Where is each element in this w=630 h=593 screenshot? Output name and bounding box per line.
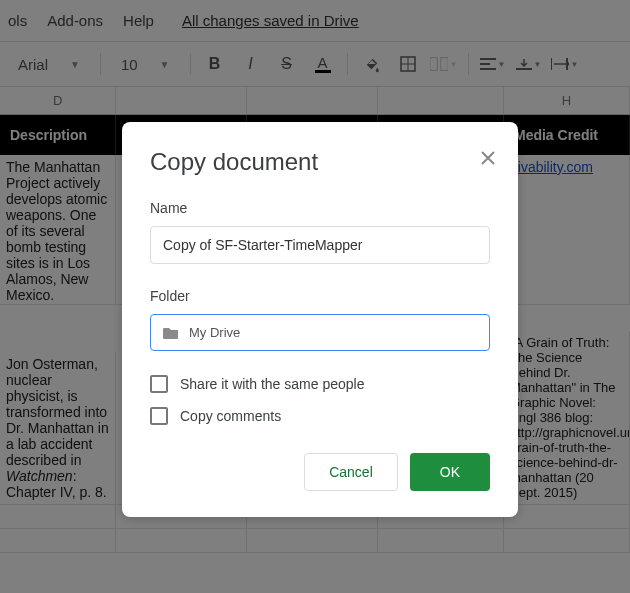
comments-checkbox-row[interactable]: Copy comments <box>150 407 490 425</box>
comments-label: Copy comments <box>180 408 281 424</box>
folder-label: Folder <box>150 288 490 304</box>
copy-document-dialog: Copy document Name Folder My Drive Share… <box>122 122 518 517</box>
close-icon <box>480 150 496 166</box>
checkbox-icon[interactable] <box>150 407 168 425</box>
folder-icon <box>163 326 179 339</box>
checkbox-icon[interactable] <box>150 375 168 393</box>
close-button[interactable] <box>480 148 496 171</box>
dialog-actions: Cancel OK <box>150 453 490 491</box>
name-label: Name <box>150 200 490 216</box>
dialog-title: Copy document <box>150 148 490 176</box>
share-checkbox-row[interactable]: Share it with the same people <box>150 375 490 393</box>
share-label: Share it with the same people <box>180 376 364 392</box>
ok-button[interactable]: OK <box>410 453 490 491</box>
folder-value: My Drive <box>189 325 240 340</box>
folder-select[interactable]: My Drive <box>150 314 490 351</box>
cancel-button[interactable]: Cancel <box>304 453 398 491</box>
name-input[interactable] <box>150 226 490 264</box>
